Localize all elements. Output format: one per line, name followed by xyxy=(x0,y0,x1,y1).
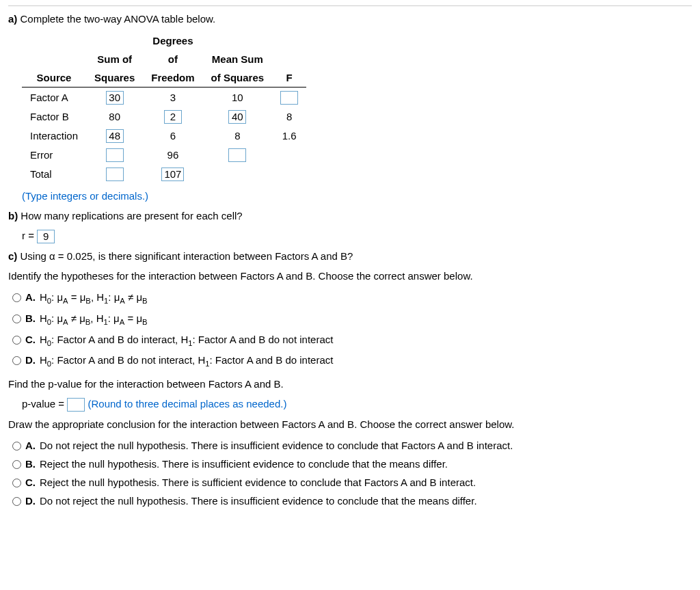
hdr-ms-1: Mean Sum xyxy=(203,50,273,68)
label-factor-a: Factor A xyxy=(22,88,86,107)
radio-icon xyxy=(12,479,21,487)
part-a-hint: (Type integers or decimals.) xyxy=(22,189,692,203)
cell-error-df: 96 xyxy=(143,145,202,164)
input-factorA-ss[interactable]: 30 xyxy=(106,91,124,105)
radio-icon xyxy=(12,314,21,323)
input-error-ms[interactable] xyxy=(228,148,246,162)
cell-interaction-df: 6 xyxy=(143,126,202,145)
input-total-ss[interactable] xyxy=(106,167,124,181)
top-divider xyxy=(8,5,692,6)
pvalue-hint: (Round to three decimal places as needed… xyxy=(85,398,286,410)
input-interaction-ss[interactable]: 48 xyxy=(106,129,124,143)
part-b-prompt: b) How many replications are present for… xyxy=(8,209,692,223)
radio-icon xyxy=(12,497,21,506)
hyp-option-a[interactable]: A. H0: μA = μB, H1: μA ≠ μB xyxy=(12,290,692,307)
conclusion-text: Draw the appropriate conclusion for the … xyxy=(8,417,692,431)
cell-factorB-f: 8 xyxy=(272,107,306,126)
part-c-prompt: c) Using α = 0.025, is there significant… xyxy=(8,249,692,263)
hdr-df-3: Freedom xyxy=(143,68,202,88)
cell-factorA-df: 3 xyxy=(143,88,202,107)
hypothesis-options: A. H0: μA = μB, H1: μA ≠ μB B. H0: μA ≠ … xyxy=(12,290,692,370)
opt-c-text: H0: Factor A and B do interact, H1: Fact… xyxy=(40,332,333,349)
r-label: r = xyxy=(22,230,37,241)
hdr-source: Source xyxy=(22,68,86,88)
cell-interaction-f: 1.6 xyxy=(272,126,306,145)
label-error: Error xyxy=(22,145,86,164)
hyp-option-d[interactable]: D. H0: Factor A and B do not interact, H… xyxy=(12,353,692,370)
hdr-df-1: Degrees xyxy=(143,31,202,50)
label-interaction: Interaction xyxy=(22,126,86,145)
input-pvalue[interactable] xyxy=(67,398,85,412)
opt-b-label: B. xyxy=(25,311,36,325)
radio-icon xyxy=(12,460,21,469)
anova-table: Degrees Sum of of Mean Sum Source Square… xyxy=(22,31,306,183)
opt-a-label: A. xyxy=(25,290,36,304)
radio-icon xyxy=(12,293,21,302)
hdr-df-2: of xyxy=(143,50,202,68)
row-total: Total 107 xyxy=(22,164,306,183)
opt-b-text: H0: μA ≠ μB, H1: μA = μB xyxy=(40,311,148,328)
pvalue-label: p-value = xyxy=(22,398,67,410)
cell-factorA-ms: 10 xyxy=(203,88,273,107)
part-c-text: Using α = 0.025, is there significant in… xyxy=(17,250,353,262)
opt-a-text: H0: μA = μB, H1: μA ≠ μB xyxy=(40,290,148,307)
row-error: Error 96 xyxy=(22,145,306,164)
radio-icon xyxy=(12,336,21,345)
opt-d-text: H0: Factor A and B do not interact, H1: … xyxy=(40,353,333,370)
conc-option-b[interactable]: B. Reject the null hypothesis. There is … xyxy=(12,457,692,471)
find-p-text: Find the p-value for the interaction bet… xyxy=(8,377,692,391)
conc-c-label: C. xyxy=(25,475,36,490)
conc-a-label: A. xyxy=(25,438,36,453)
hdr-ss-1: Sum of xyxy=(86,50,143,68)
hyp-option-c[interactable]: C. H0: Factor A and B do interact, H1: F… xyxy=(12,332,692,349)
input-total-df[interactable]: 107 xyxy=(161,167,184,181)
conc-d-label: D. xyxy=(25,494,36,508)
cell-interaction-ms: 8 xyxy=(203,126,273,145)
opt-c-label: C. xyxy=(25,332,36,347)
opt-d-label: D. xyxy=(25,353,36,367)
conc-c-text: Reject the null hypothesis. There is suf… xyxy=(40,475,476,490)
part-a-text: Complete the two-way ANOVA table below. xyxy=(17,13,215,25)
row-factor-b: Factor B 80 2 40 8 xyxy=(22,107,306,126)
hdr-ms-2: of Squares xyxy=(203,68,273,88)
hdr-f: F xyxy=(272,68,306,88)
p-value-row: p-value = (Round to three decimal places… xyxy=(22,397,692,412)
row-interaction: Interaction 48 6 8 1.6 xyxy=(22,126,306,145)
part-b-answer: r = 9 xyxy=(22,228,692,243)
part-a-prompt: a) Complete the two-way ANOVA table belo… xyxy=(8,12,692,26)
conc-option-a[interactable]: A. Do not reject the null hypothesis. Th… xyxy=(12,438,692,453)
part-b-text: How many replications are present for ea… xyxy=(18,210,243,222)
conc-option-d[interactable]: D. Do not reject the null hypothesis. Th… xyxy=(12,494,692,508)
part-c-prefix: c) xyxy=(8,250,17,262)
input-r[interactable]: 9 xyxy=(37,230,55,243)
label-total: Total xyxy=(22,164,86,183)
label-factor-b: Factor B xyxy=(22,107,86,126)
row-factor-a: Factor A 30 3 10 xyxy=(22,88,306,107)
conc-d-text: Do not reject the null hypothesis. There… xyxy=(40,494,477,508)
conc-a-text: Do not reject the null hypothesis. There… xyxy=(40,438,513,453)
part-a-prefix: a) xyxy=(8,13,17,25)
hdr-ss-2: Squares xyxy=(86,68,143,88)
part-b-prefix: b) xyxy=(8,210,18,222)
conclusion-options: A. Do not reject the null hypothesis. Th… xyxy=(12,438,692,508)
input-factorA-f[interactable] xyxy=(280,91,298,105)
radio-icon xyxy=(12,442,21,451)
input-factorB-df[interactable]: 2 xyxy=(164,110,182,124)
conc-b-text: Reject the null hypothesis. There is ins… xyxy=(40,457,448,471)
cell-factorB-ss: 80 xyxy=(86,107,143,126)
part-c-identify: Identify the hypotheses for the interact… xyxy=(8,269,692,283)
radio-icon xyxy=(12,356,21,365)
hyp-option-b[interactable]: B. H0: μA ≠ μB, H1: μA = μB xyxy=(12,311,692,328)
conc-option-c[interactable]: C. Reject the null hypothesis. There is … xyxy=(12,475,692,490)
conc-b-label: B. xyxy=(25,457,36,471)
input-error-ss[interactable] xyxy=(106,148,124,162)
input-factorB-ms[interactable]: 40 xyxy=(228,110,246,124)
